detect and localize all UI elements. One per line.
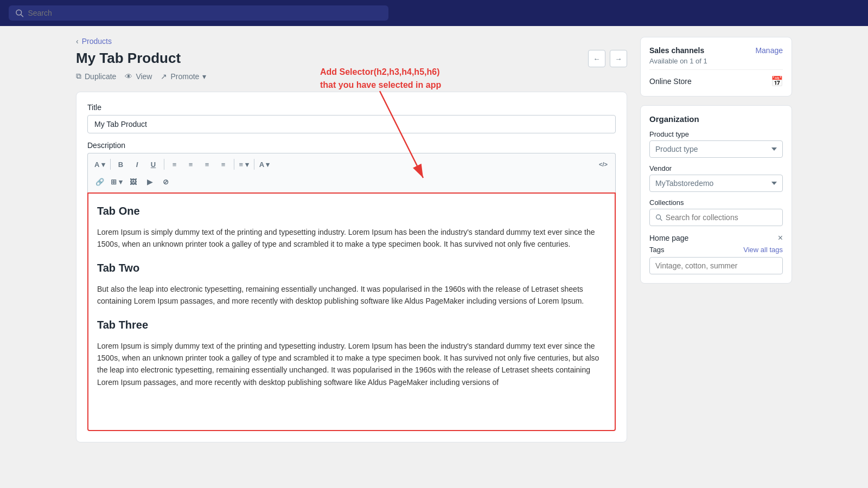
text-color-button[interactable]: A ▾ xyxy=(257,157,272,172)
promote-icon: ↗ xyxy=(161,72,167,81)
duplicate-button[interactable]: ⧉ Duplicate xyxy=(76,72,116,81)
clear-button[interactable]: ⊘ xyxy=(158,174,174,189)
editor-content[interactable]: Tab OneLorem Ipsum is simply dummy text … xyxy=(87,192,616,431)
title-input[interactable] xyxy=(87,115,616,133)
tags-input[interactable] xyxy=(649,257,783,274)
promote-button[interactable]: ↗ Promote ▾ xyxy=(161,72,206,81)
toolbar-row-2: 🔗 ⊞ ▾ 🖼 ▶ ⊘ xyxy=(92,174,611,189)
breadcrumb: ‹ Products xyxy=(76,37,627,46)
title-label: Title xyxy=(87,103,616,112)
product-form-card: Title Description A ▾ B I U ≡ ≡ ≡ xyxy=(76,92,627,442)
indent-button[interactable]: ≡ ▾ xyxy=(237,157,251,172)
view-label: View xyxy=(136,72,152,81)
collection-tag-homepage: Home page × xyxy=(649,230,783,246)
svg-line-7 xyxy=(660,219,662,220)
manage-link[interactable]: Manage xyxy=(755,46,783,55)
remove-collection-button[interactable]: × xyxy=(778,234,783,242)
calendar-icon[interactable]: 📅 xyxy=(771,75,783,87)
breadcrumb-products-link[interactable]: Products xyxy=(82,37,112,46)
image-button[interactable]: 🖼 xyxy=(126,174,141,189)
top-nav xyxy=(0,0,868,26)
nav-arrows: ← → xyxy=(588,50,627,67)
search-bar[interactable] xyxy=(9,5,388,21)
font-button[interactable]: A ▾ xyxy=(92,157,107,172)
underline-button[interactable]: U xyxy=(146,157,161,172)
bold-button[interactable]: B xyxy=(113,157,129,172)
promote-label: Promote xyxy=(170,72,199,81)
search-collections-icon xyxy=(655,214,662,221)
page-title: My Tab Product xyxy=(76,50,181,67)
align-justify-button[interactable]: ≡ xyxy=(216,157,231,172)
align-right-button[interactable]: ≡ xyxy=(200,157,215,172)
online-store-row: Online Store 📅 xyxy=(649,69,783,87)
svg-line-1 xyxy=(21,15,23,17)
table-button[interactable]: ⊞ ▾ xyxy=(108,174,125,189)
action-buttons: ⧉ Duplicate 👁 View ↗ Promote ▾ xyxy=(76,72,627,81)
media-button[interactable]: ▶ xyxy=(142,174,157,189)
online-store-label: Online Store xyxy=(649,77,692,86)
toolbar-sep-2 xyxy=(164,159,164,170)
right-panel: Sales channels Manage Available on 1 of … xyxy=(640,37,792,451)
link-button[interactable]: 🔗 xyxy=(92,174,107,189)
search-icon xyxy=(15,9,23,17)
toolbar-sep-3 xyxy=(234,159,234,170)
collections-search-input[interactable] xyxy=(666,213,777,222)
search-input[interactable] xyxy=(28,9,382,17)
collections-label: Collections xyxy=(649,198,783,207)
promote-chevron: ▾ xyxy=(202,72,206,81)
code-button[interactable]: </> xyxy=(596,157,611,172)
tags-label: Tags xyxy=(649,246,664,254)
duplicate-icon: ⧉ xyxy=(76,72,81,81)
duplicate-label: Duplicate xyxy=(85,72,116,81)
prev-button[interactable]: ← xyxy=(588,50,605,67)
view-icon: 👁 xyxy=(125,72,132,81)
align-center-button[interactable]: ≡ xyxy=(183,157,199,172)
toolbar-row-1: A ▾ B I U ≡ ≡ ≡ ≡ ≡ ▾ A ▾ xyxy=(92,157,611,172)
sales-channels-card: Sales channels Manage Available on 1 of … xyxy=(640,37,792,97)
editor-toolbar: A ▾ B I U ≡ ≡ ≡ ≡ ≡ ▾ A ▾ xyxy=(87,153,616,192)
left-panel: ‹ Products My Tab Product ← → ⧉ Duplicat… xyxy=(76,37,627,451)
collection-tag-label: Home page xyxy=(649,234,688,242)
align-left-button[interactable]: ≡ xyxy=(167,157,182,172)
toolbar-sep-4 xyxy=(254,159,254,170)
breadcrumb-chevron: ‹ xyxy=(76,37,79,46)
sales-channels-subtitle: Available on 1 of 1 xyxy=(649,57,783,65)
organization-card: Organization Product type Product type V… xyxy=(640,105,792,284)
product-type-select[interactable]: Product type xyxy=(649,140,783,158)
collections-search[interactable] xyxy=(649,209,783,226)
sales-channels-title: Sales channels xyxy=(649,46,704,55)
view-button[interactable]: 👁 View xyxy=(125,72,152,81)
view-all-tags-link[interactable]: View all tags xyxy=(743,246,783,254)
description-label: Description xyxy=(87,141,616,150)
tags-header: Tags View all tags xyxy=(649,246,783,254)
organization-title: Organization xyxy=(649,114,783,124)
italic-button[interactable]: I xyxy=(130,157,145,172)
product-type-label: Product type xyxy=(649,130,783,138)
next-button[interactable]: → xyxy=(610,50,627,67)
toolbar-sep-1 xyxy=(110,159,111,170)
vendor-label: Vendor xyxy=(649,164,783,172)
vendor-select[interactable]: MyTabstoredemo xyxy=(649,175,783,192)
